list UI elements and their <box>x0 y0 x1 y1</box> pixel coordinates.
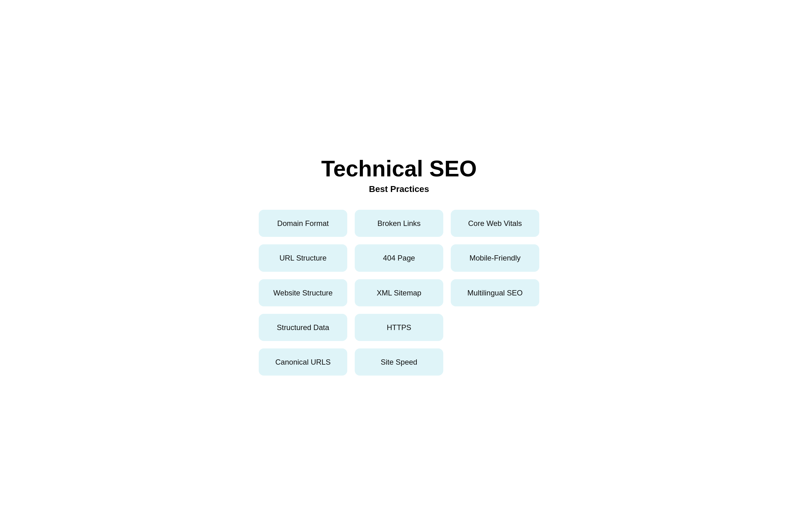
card-empty-1 <box>451 314 539 341</box>
card-label-url-structure: URL Structure <box>279 253 326 263</box>
subtitle: Best Practices <box>259 184 539 194</box>
card-mobile-friendly[interactable]: Mobile-Friendly <box>451 244 539 271</box>
card-empty-2 <box>451 348 539 376</box>
card-label-core-web-vitals: Core Web Vitals <box>468 218 522 228</box>
card-label-website-structure: Website Structure <box>273 288 332 298</box>
header: Technical SEO Best Practices <box>259 156 539 194</box>
card-label-https: HTTPS <box>387 323 412 332</box>
card-structured-data[interactable]: Structured Data <box>259 314 347 341</box>
page-container: Technical SEO Best Practices Domain Form… <box>259 156 539 376</box>
card-label-structured-data: Structured Data <box>277 323 329 332</box>
card-https[interactable]: HTTPS <box>355 314 443 341</box>
card-404-page[interactable]: 404 Page <box>355 244 443 271</box>
card-label-domain-format: Domain Format <box>277 218 328 228</box>
card-website-structure[interactable]: Website Structure <box>259 279 347 306</box>
card-label-canonical-urls: Canonical URLS <box>275 357 330 367</box>
card-url-structure[interactable]: URL Structure <box>259 244 347 271</box>
card-xml-sitemap[interactable]: XML Sitemap <box>355 279 443 306</box>
card-label-mobile-friendly: Mobile-Friendly <box>470 253 520 263</box>
card-label-multilingual-seo: Multilingual SEO <box>467 288 522 298</box>
card-label-xml-sitemap: XML Sitemap <box>377 288 421 298</box>
main-title: Technical SEO <box>259 156 539 181</box>
card-label-broken-links: Broken Links <box>378 218 421 228</box>
card-core-web-vitals[interactable]: Core Web Vitals <box>451 210 539 237</box>
card-canonical-urls[interactable]: Canonical URLS <box>259 348 347 376</box>
card-broken-links[interactable]: Broken Links <box>355 210 443 237</box>
card-multilingual-seo[interactable]: Multilingual SEO <box>451 279 539 306</box>
card-site-speed[interactable]: Site Speed <box>355 348 443 376</box>
card-label-site-speed: Site Speed <box>381 357 417 367</box>
cards-grid: Domain FormatBroken LinksCore Web Vitals… <box>259 210 539 376</box>
card-label-404-page: 404 Page <box>383 253 415 263</box>
card-domain-format[interactable]: Domain Format <box>259 210 347 237</box>
